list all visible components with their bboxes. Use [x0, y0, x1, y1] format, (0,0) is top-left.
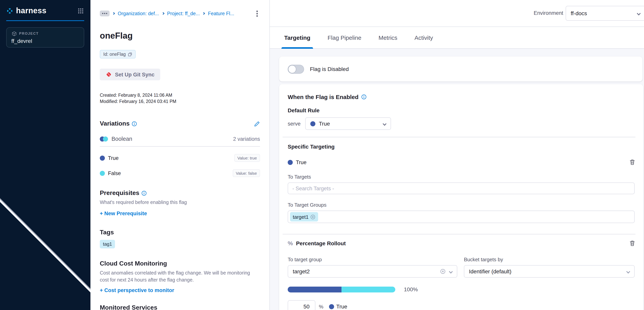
rollout-weight-row: % True: [288, 300, 636, 310]
new-prerequisite-button[interactable]: + New Prerequisite: [100, 210, 260, 216]
weight-input[interactable]: [288, 300, 315, 310]
prerequisites-description: What's required before enabling this fla…: [100, 199, 260, 206]
kebab-menu-icon[interactable]: [254, 10, 260, 17]
variation-type-label: Boolean: [112, 136, 132, 142]
serve-label: serve: [288, 121, 300, 126]
variation-name: False: [108, 170, 121, 176]
variation-color-dot: [329, 304, 334, 309]
module-grid-icon[interactable]: [77, 7, 84, 14]
clear-icon[interactable]: [440, 269, 446, 274]
target-groups-input[interactable]: target1: [288, 210, 635, 223]
variation-name: True: [108, 155, 119, 161]
logo-text: harness: [16, 6, 77, 15]
copy-icon[interactable]: [128, 52, 132, 56]
targeting-panel: Environment ff-docs Targeting Flag Pipel…: [270, 0, 644, 310]
app-window: harness PROJECT ff_devrel Overview: [0, 0, 644, 310]
bucket-targets-by-label: Bucket targets by: [464, 256, 503, 262]
variation-color-dot: [100, 156, 105, 160]
cost-perspective-button[interactable]: + Cost perspective to monitor: [100, 288, 260, 293]
serve-value: True: [319, 120, 380, 127]
edit-icon[interactable]: [254, 121, 260, 126]
cloud-cost-description: Cost anomalies correlated with the flag …: [100, 270, 256, 284]
trash-icon[interactable]: [629, 240, 636, 246]
logo-underline: [6, 20, 84, 21]
flag-toggle-label: Flag is Disabled: [310, 66, 349, 72]
boolean-venn-icon: [100, 136, 108, 141]
git-sync-label: Set Up Git Sync: [115, 72, 154, 78]
environment-value: ff-docs: [571, 10, 587, 16]
weight-variation-name: True: [336, 303, 347, 310]
bucket-targets-by-select[interactable]: Identifier (default): [464, 265, 635, 278]
variation-value-chip: Value: false: [233, 169, 260, 177]
breadcrumb-ellipsis-icon[interactable]: [100, 11, 110, 16]
to-target-groups-label: To Target Groups: [288, 202, 636, 208]
flag-toggle-card: Flag is Disabled: [279, 56, 642, 82]
created-timestamp: Created: February 8, 2024 11:06 AM: [100, 92, 260, 98]
rollout-total-percent: 100%: [404, 286, 418, 292]
targeting-rules-card: When the Flag is Enabled Default Rule se…: [279, 84, 643, 310]
variation-row-false: False Value: false: [100, 169, 260, 177]
targeting-content: Flag is Disabled When the Flag is Enable…: [270, 49, 644, 310]
percentage-rollout-row: % Percentage Rollout: [288, 240, 636, 246]
tab-activity[interactable]: Activity: [414, 27, 433, 48]
rollout-bar-row: 100%: [288, 286, 636, 292]
divider: [100, 146, 260, 146]
variation-color-dot: [100, 170, 105, 176]
chevron-down-icon: [626, 270, 630, 273]
git-icon: [106, 71, 112, 78]
project-selector[interactable]: PROJECT ff_devrel: [6, 27, 84, 48]
chevron-down-icon: [382, 122, 386, 126]
weight-unit: %: [319, 304, 323, 310]
trash-icon[interactable]: [629, 159, 636, 165]
rollout-distribution-bar: [288, 286, 395, 292]
breadcrumb-project-link[interactable]: Project: ff_de...: [167, 11, 200, 16]
variation-count: 2 variations: [233, 136, 260, 142]
tab-metrics[interactable]: Metrics: [378, 27, 398, 48]
target-group-chip: target1: [290, 212, 318, 222]
variation-type-row: Boolean 2 variations: [100, 136, 260, 142]
serve-variation-select[interactable]: True: [305, 117, 391, 130]
to-target-group-label: To target group: [288, 256, 464, 262]
page-title: oneFlag: [100, 30, 260, 41]
default-rule-label: Default Rule: [288, 107, 636, 114]
logo-row: harness: [0, 0, 90, 15]
info-icon[interactable]: [142, 190, 147, 196]
rollout-target-group-select[interactable]: target2: [288, 265, 457, 278]
variation-row-true: True Value: true: [100, 154, 260, 162]
breadcrumb: Organization: def... Project: ff_de... F…: [100, 10, 260, 17]
flag-id-text: Id: oneFlag: [103, 52, 126, 56]
tab-targeting[interactable]: Targeting: [284, 27, 310, 48]
breadcrumb-feature-flags-link[interactable]: Feature Fl...: [208, 11, 234, 16]
project-name: ff_devrel: [11, 38, 79, 44]
chip-remove-icon[interactable]: [310, 214, 316, 219]
percentage-rollout-heading: Percentage Rollout: [296, 240, 346, 246]
monitored-services-heading: Monitored Services: [100, 304, 157, 310]
chevron-down-icon: [449, 270, 453, 273]
target-group-chip-label: target1: [293, 214, 308, 220]
environment-select[interactable]: ff-docs: [566, 6, 644, 21]
tab-flag-pipeline[interactable]: Flag Pipeline: [328, 27, 361, 48]
rollout-false-segment: [342, 286, 395, 292]
percent-icon: %: [288, 240, 293, 246]
flag-id-chip: Id: oneFlag: [100, 50, 136, 58]
breadcrumb-chevron-icon: [162, 12, 164, 15]
rollout-true-segment: [288, 286, 342, 292]
cube-icon: [11, 31, 17, 36]
search-targets-input[interactable]: [288, 182, 635, 194]
enabled-heading: When the Flag is Enabled: [288, 94, 358, 100]
variation-color-dot: [310, 121, 315, 126]
sidebar: harness PROJECT ff_devrel Overview: [0, 0, 90, 310]
flag-detail-panel: Organization: def... Project: ff_de... F…: [90, 0, 270, 310]
breadcrumb-org-link[interactable]: Organization: def...: [118, 11, 159, 16]
variations-heading: Variations: [100, 120, 130, 127]
flag-enabled-toggle[interactable]: [288, 64, 304, 74]
tab-bar: Targeting Flag Pipeline Metrics Activity: [270, 27, 644, 49]
git-sync-button[interactable]: Set Up Git Sync: [100, 69, 160, 80]
rollout-target-group-value: target2: [293, 268, 436, 274]
tag-chip[interactable]: tag1: [100, 240, 115, 248]
cloud-cost-heading: Cloud Cost Monitoring: [100, 260, 167, 267]
bucket-value: Identifier (default): [469, 268, 627, 274]
info-icon[interactable]: [361, 94, 366, 100]
variation-value-chip: Value: true: [234, 154, 260, 162]
info-icon[interactable]: [132, 121, 137, 126]
